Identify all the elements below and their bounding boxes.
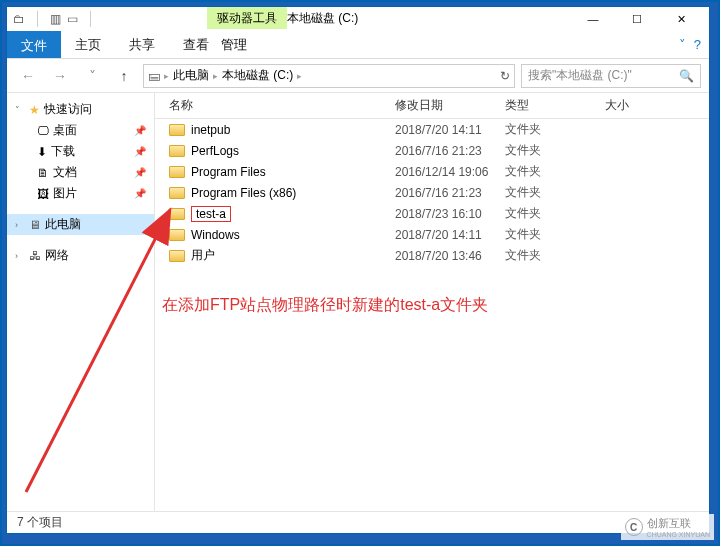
search-icon: 🔍 <box>679 69 694 83</box>
file-name: test-a <box>191 206 231 222</box>
watermark: C 创新互联 CHUANG XINYUAN <box>621 514 714 540</box>
explorer-window: 🗀 ▥ ▭ 驱动器工具 本地磁盘 (C:) — ☐ ✕ 文件 主页 共享 查看 … <box>6 6 710 534</box>
file-name: 用户 <box>191 247 215 264</box>
sidebar-thispc[interactable]: ›🖥 此电脑 <box>7 214 154 235</box>
status-bar: 7 个项目 <box>7 511 709 533</box>
recent-dropdown[interactable]: ˅ <box>79 64 105 88</box>
quick-access[interactable]: ˅★ 快速访问 <box>7 99 154 120</box>
sidebar-network[interactable]: ›🖧 网络 <box>7 245 154 266</box>
star-icon: ★ <box>29 103 40 117</box>
folder-icon <box>169 250 185 262</box>
file-date: 2016/7/16 21:23 <box>395 144 505 158</box>
ribbon: 文件 主页 共享 查看 管理 ˅ ? <box>7 31 709 59</box>
folder-icon <box>169 145 185 157</box>
sidebar-desktop[interactable]: 🖵桌面📌 <box>7 120 154 141</box>
pin-icon: 📌 <box>134 167 146 178</box>
pc-icon: 🖥 <box>29 218 41 232</box>
file-row[interactable]: inetpub2018/7/20 14:11文件夹 <box>155 119 709 140</box>
file-type: 文件夹 <box>505 247 605 264</box>
file-date: 2016/12/14 19:06 <box>395 165 505 179</box>
folder-icon <box>169 166 185 178</box>
file-row[interactable]: test-a2018/7/23 16:10文件夹 <box>155 203 709 224</box>
open-icon[interactable]: ▭ <box>67 12 78 26</box>
file-date: 2018/7/23 16:10 <box>395 207 505 221</box>
picture-icon: 🖼 <box>37 187 49 201</box>
minimize-button[interactable]: — <box>571 8 615 30</box>
sidebar-downloads[interactable]: ⬇下载📌 <box>7 141 154 162</box>
file-name: Program Files (x86) <box>191 186 296 200</box>
breadcrumb[interactable]: 🖴 ▸ 此电脑 ▸ 本地磁盘 (C:) ▸ ↻ <box>143 64 515 88</box>
folder-icon <box>169 229 185 241</box>
file-type: 文件夹 <box>505 184 605 201</box>
folder-icon <box>169 208 185 220</box>
drive-tools-tab[interactable]: 驱动器工具 <box>207 7 287 29</box>
up-button[interactable]: ↑ <box>111 64 137 88</box>
file-row[interactable]: Program Files (x86)2016/7/16 21:23文件夹 <box>155 182 709 203</box>
file-name: inetpub <box>191 123 230 137</box>
file-type: 文件夹 <box>505 205 605 222</box>
close-button[interactable]: ✕ <box>659 8 703 30</box>
properties-icon[interactable]: ▥ <box>50 12 61 26</box>
file-type: 文件夹 <box>505 121 605 138</box>
file-row[interactable]: Program Files2016/12/14 19:06文件夹 <box>155 161 709 182</box>
desktop-icon: 🖵 <box>37 124 49 138</box>
file-type: 文件夹 <box>505 142 605 159</box>
file-type: 文件夹 <box>505 163 605 180</box>
watermark-logo: C <box>625 518 643 536</box>
search-input[interactable]: 搜索"本地磁盘 (C:)" 🔍 <box>521 64 701 88</box>
col-name[interactable]: 名称 <box>155 97 395 114</box>
download-icon: ⬇ <box>37 145 47 159</box>
breadcrumb-thispc[interactable]: 此电脑 <box>173 67 209 84</box>
search-placeholder: 搜索"本地磁盘 (C:)" <box>528 67 632 84</box>
pin-icon: 📌 <box>134 188 146 199</box>
document-icon: 🗎 <box>37 166 49 180</box>
file-tab[interactable]: 文件 <box>7 31 61 58</box>
item-count: 7 个项目 <box>17 514 63 531</box>
breadcrumb-drive[interactable]: 本地磁盘 (C:) <box>222 67 293 84</box>
file-date: 2016/7/16 21:23 <box>395 186 505 200</box>
folder-icon <box>169 187 185 199</box>
window-title: 本地磁盘 (C:) <box>287 10 358 27</box>
file-row[interactable]: PerfLogs2016/7/16 21:23文件夹 <box>155 140 709 161</box>
address-bar: ← → ˅ ↑ 🖴 ▸ 此电脑 ▸ 本地磁盘 (C:) ▸ ↻ 搜索"本地磁盘 … <box>7 59 709 93</box>
sidebar-pictures[interactable]: 🖼图片📌 <box>7 183 154 204</box>
ribbon-expand-icon[interactable]: ˅ <box>679 37 686 52</box>
file-date: 2018/7/20 14:11 <box>395 123 505 137</box>
pin-icon: 📌 <box>134 125 146 136</box>
file-date: 2018/7/20 13:46 <box>395 249 505 263</box>
file-row[interactable]: Windows2018/7/20 14:11文件夹 <box>155 224 709 245</box>
home-tab[interactable]: 主页 <box>61 30 115 60</box>
column-headers[interactable]: 名称 修改日期 类型 大小 <box>155 93 709 119</box>
col-type[interactable]: 类型 <box>505 97 605 114</box>
share-tab[interactable]: 共享 <box>115 30 169 60</box>
folder-icon: 🗀 <box>13 12 25 26</box>
sidebar: ˅★ 快速访问 🖵桌面📌 ⬇下载📌 🗎文档📌 🖼图片📌 ›🖥 此电脑 ›🖧 网络 <box>7 93 155 511</box>
col-size[interactable]: 大小 <box>605 97 709 114</box>
titlebar: 🗀 ▥ ▭ 驱动器工具 本地磁盘 (C:) — ☐ ✕ <box>7 7 709 31</box>
file-row[interactable]: 用户2018/7/20 13:46文件夹 <box>155 245 709 266</box>
maximize-button[interactable]: ☐ <box>615 8 659 30</box>
drive-icon: 🖴 <box>148 69 160 83</box>
file-name: Windows <box>191 228 240 242</box>
refresh-icon[interactable]: ↻ <box>500 69 510 83</box>
pin-icon: 📌 <box>134 146 146 157</box>
sidebar-documents[interactable]: 🗎文档📌 <box>7 162 154 183</box>
annotation-text: 在添加FTP站点物理路径时新建的test-a文件夹 <box>162 295 488 316</box>
file-name: Program Files <box>191 165 266 179</box>
network-icon: 🖧 <box>29 249 41 263</box>
col-date[interactable]: 修改日期 <box>395 97 505 114</box>
forward-button[interactable]: → <box>47 64 73 88</box>
folder-icon <box>169 124 185 136</box>
file-type: 文件夹 <box>505 226 605 243</box>
help-icon[interactable]: ? <box>694 37 701 52</box>
file-name: PerfLogs <box>191 144 239 158</box>
manage-tab[interactable]: 管理 <box>207 30 261 60</box>
file-date: 2018/7/20 14:11 <box>395 228 505 242</box>
back-button[interactable]: ← <box>15 64 41 88</box>
